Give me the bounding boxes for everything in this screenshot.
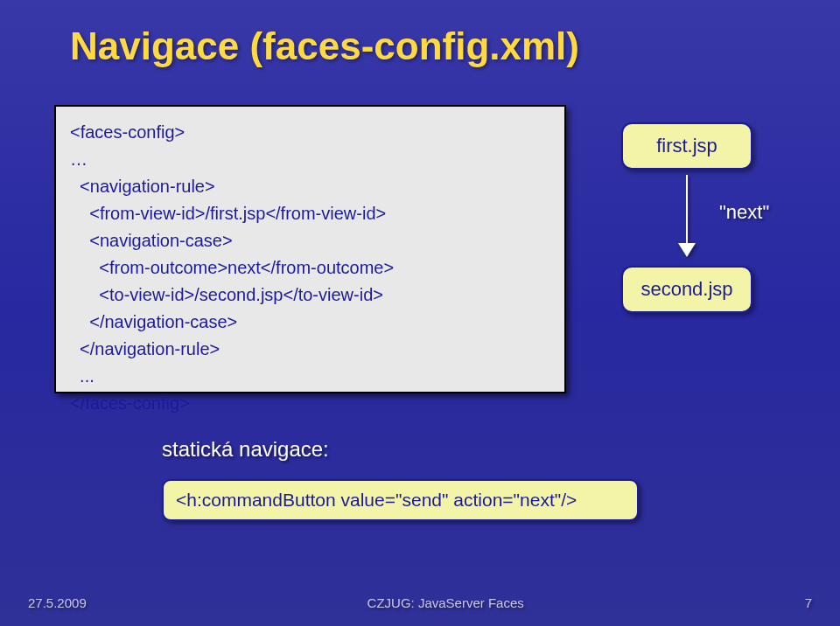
static-nav-label: statická navigace: [162, 437, 329, 462]
footer-center: CZJUG: JavaServer Faces [368, 595, 524, 610]
flow-node-first: first.jsp [621, 122, 752, 170]
code-box: <faces-config> … <navigation-rule> <from… [54, 105, 566, 393]
footer-date: 27.5.2009 [28, 595, 87, 610]
arrow-head-icon [678, 243, 696, 257]
flow-arrow: "next" [621, 170, 788, 266]
arrow-line [686, 175, 688, 247]
flow-diagram: first.jsp "next" second.jsp [612, 122, 788, 313]
flow-edge-label: "next" [719, 201, 769, 224]
page-title: Navigace (faces-config.xml) [0, 0, 840, 68]
footer-page: 7 [805, 595, 812, 610]
command-button-box: <h:commandButton value="send" action="ne… [162, 479, 639, 521]
footer: 27.5.2009 CZJUG: JavaServer Faces 7 [0, 595, 840, 610]
flow-node-second: second.jsp [621, 266, 752, 313]
